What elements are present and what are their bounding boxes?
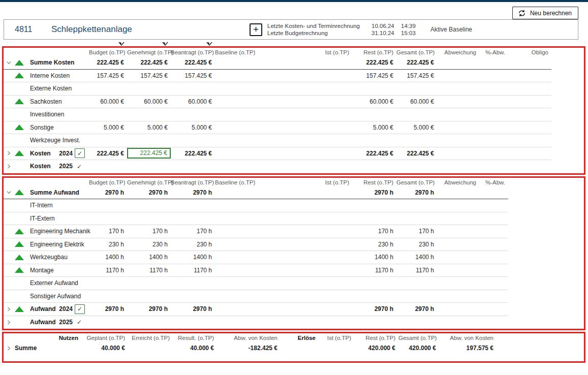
value-cell bbox=[127, 290, 171, 303]
value-cell bbox=[479, 147, 508, 161]
value-cell bbox=[215, 121, 251, 135]
check-icon[interactable]: ✓ bbox=[75, 319, 82, 325]
value-cell bbox=[171, 134, 215, 147]
last-budget-calc-label: Letzte Budgetrechnung bbox=[267, 29, 368, 37]
status-cell bbox=[14, 160, 29, 173]
row-label: Sachkosten bbox=[29, 96, 56, 109]
expand-chevron-icon[interactable] bbox=[4, 316, 14, 329]
column-pin-icon[interactable] bbox=[162, 40, 168, 46]
value-cell: 2970 h bbox=[127, 303, 171, 316]
value-cell bbox=[437, 70, 479, 83]
value-cell bbox=[215, 199, 251, 212]
value-cell bbox=[437, 264, 479, 277]
value-cell bbox=[171, 316, 215, 329]
collapse-chevron-icon[interactable] bbox=[4, 56, 14, 70]
column-header: Nutzen bbox=[14, 333, 81, 342]
status-cell bbox=[14, 316, 29, 329]
table-row: Investitionen bbox=[4, 108, 584, 121]
value-cell: 170 h bbox=[171, 225, 215, 238]
checkbox-cell bbox=[75, 264, 89, 277]
expand-chevron-icon[interactable] bbox=[4, 303, 14, 316]
row-year bbox=[56, 199, 75, 212]
status-up-triangle-icon bbox=[15, 267, 24, 273]
value-cell bbox=[251, 70, 352, 83]
header-spacer bbox=[4, 178, 89, 186]
status-up-triangle-icon bbox=[15, 150, 24, 156]
value-cell bbox=[352, 134, 396, 147]
column-pin-icon[interactable] bbox=[118, 40, 125, 46]
expand-cell bbox=[4, 238, 14, 252]
approved-value-input[interactable]: 222.425 € bbox=[127, 148, 171, 159]
value-cell bbox=[508, 160, 551, 173]
value-cell bbox=[508, 82, 551, 96]
value-cell bbox=[352, 212, 396, 226]
column-header: Budget (o.TP) bbox=[89, 178, 127, 186]
value-cell: 2970 h bbox=[352, 186, 396, 200]
row-label: Kosten bbox=[29, 160, 56, 173]
checkbox-cell bbox=[75, 96, 89, 109]
row-year bbox=[56, 238, 75, 252]
value-cell bbox=[437, 82, 479, 96]
table-row: Summe40.000 €40.000 €-182.425 €420.000 €… bbox=[4, 342, 584, 355]
expand-chevron-icon[interactable] bbox=[4, 160, 14, 173]
row-label: Kosten bbox=[29, 147, 56, 161]
value-cell: 1400 h bbox=[127, 251, 171, 264]
row-filler bbox=[551, 82, 584, 96]
status-cell bbox=[14, 147, 29, 161]
value-cell bbox=[215, 134, 251, 147]
value-cell bbox=[127, 277, 171, 290]
expand-chevron-icon[interactable] bbox=[4, 147, 14, 161]
table-row: Sonstiger Aufwand bbox=[4, 290, 584, 303]
value-cell bbox=[89, 108, 127, 121]
column-pin-icon[interactable] bbox=[206, 40, 212, 46]
value-cell bbox=[251, 303, 352, 316]
value-cell: 40.000 € bbox=[173, 342, 217, 355]
value-cell: 222.425 € bbox=[171, 56, 215, 70]
status-cell bbox=[14, 108, 29, 121]
recalculate-label: Neu berechnen bbox=[530, 10, 572, 17]
value-cell bbox=[479, 121, 508, 135]
check-icon[interactable]: ✓ bbox=[75, 164, 82, 170]
checked-checkbox[interactable]: ✓ bbox=[75, 304, 85, 314]
value-cell bbox=[251, 134, 352, 147]
value-cell bbox=[127, 212, 171, 226]
column-header: Ist (o.TP) bbox=[251, 178, 352, 186]
value-cell bbox=[171, 199, 215, 212]
table-row: Sachkosten60.000 €60.000 €60.000 €60.000… bbox=[4, 96, 584, 109]
value-cell: 157.425 € bbox=[89, 70, 127, 83]
value-cell bbox=[215, 225, 251, 238]
value-cell: 2970 h bbox=[171, 186, 215, 200]
recalculate-button[interactable]: Neu berechnen bbox=[512, 7, 578, 19]
column-header: Genehmigt (o.TP) bbox=[127, 178, 171, 186]
checkbox-cell: ✓ bbox=[75, 160, 89, 173]
table-row: Interne Kosten157.425 €157.425 €157.425 … bbox=[4, 70, 584, 83]
row-filler bbox=[508, 199, 584, 212]
checkbox-cell bbox=[75, 82, 89, 96]
value-cell bbox=[215, 96, 251, 109]
table-row: Sonstige5.000 €5.000 €5.000 €5.000 €5.00… bbox=[4, 121, 584, 135]
plus-icon: + bbox=[253, 24, 259, 35]
value-cell bbox=[171, 108, 215, 121]
checkbox-cell bbox=[75, 108, 89, 121]
value-cell: 1400 h bbox=[396, 251, 437, 264]
add-button[interactable]: + bbox=[250, 23, 262, 36]
collapse-chevron-icon[interactable] bbox=[4, 186, 14, 200]
status-cell bbox=[14, 264, 29, 277]
value-cell bbox=[396, 290, 437, 303]
expand-cell bbox=[4, 134, 14, 147]
checkbox-cell bbox=[75, 56, 89, 70]
row-filler bbox=[508, 316, 584, 329]
value-cell bbox=[479, 238, 508, 252]
row-filler bbox=[508, 290, 584, 303]
checked-checkbox[interactable]: ✓ bbox=[75, 148, 85, 158]
column-header: Erreicht (o.TP) bbox=[128, 333, 173, 342]
checkbox-cell bbox=[75, 134, 89, 147]
value-cell bbox=[508, 56, 551, 70]
value-cell: 222.425 € bbox=[396, 147, 437, 161]
value-cell bbox=[479, 70, 508, 83]
expand-chevron-icon[interactable] bbox=[4, 342, 14, 355]
value-cell: 222.425 € bbox=[171, 147, 215, 161]
value-cell: 1170 h bbox=[171, 264, 215, 277]
column-header: Budget (o.TP) bbox=[89, 48, 127, 56]
value-cell bbox=[89, 199, 127, 212]
